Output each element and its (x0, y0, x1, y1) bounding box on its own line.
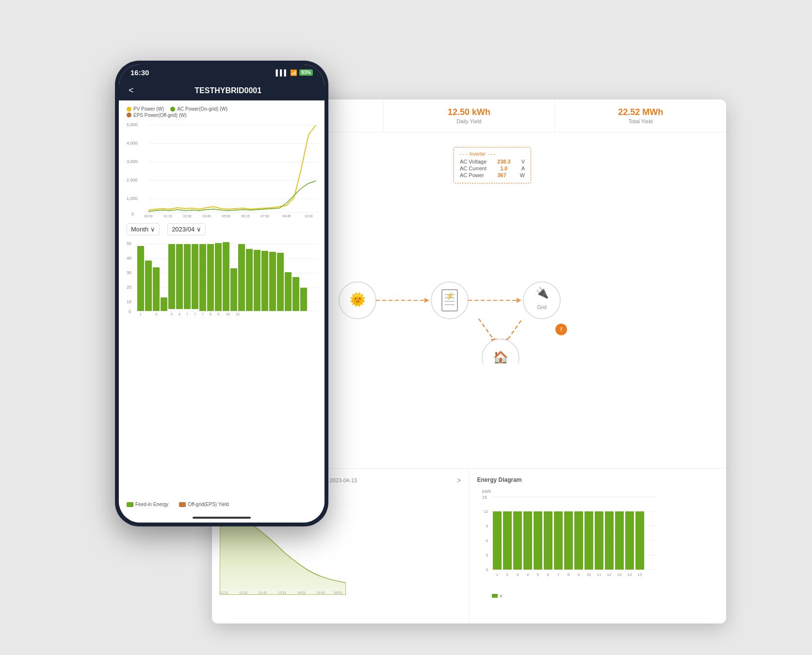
eps-legend-label: EPS Power(Off-grid) (W) (133, 113, 187, 118)
stat-total-yield: 22.52 MWh Total Yield (555, 99, 726, 132)
eps-legend-item: EPS Power(Off-grid) (W) (127, 113, 187, 118)
energy-diagram-title: Energy Diagram (477, 476, 719, 483)
svg-text:11: 11 (597, 573, 601, 577)
svg-text:6: 6 (486, 539, 488, 543)
svg-rect-129 (292, 277, 299, 311)
svg-marker-3 (424, 298, 429, 303)
svg-text:5: 5 (536, 573, 539, 577)
svg-text:8: 8 (567, 573, 569, 577)
phone-status-bar: 16:30 ▌▌▌ 📶 93% (119, 65, 325, 81)
time-selector: Month ∨ 2023/04 ∨ (119, 217, 325, 239)
svg-text:14:41: 14:41 (317, 591, 325, 594)
svg-text:3: 3 (155, 312, 157, 316)
phone: 16:30 ▌▌▌ 📶 93% < TESTHYBRID0001 PV (115, 61, 328, 526)
offgrid-legend-label: Off-grid(EPS) Yield (188, 502, 228, 507)
date-label: 2023/04 (172, 226, 195, 233)
status-icons: ▌▌▌ 📶 93% (276, 69, 313, 76)
svg-rect-53 (585, 511, 593, 570)
svg-text:13: 13 (617, 573, 621, 577)
svg-rect-48 (534, 511, 542, 570)
total-yield-label: Total Yield (565, 118, 716, 124)
svg-line-16 (479, 319, 493, 339)
svg-rect-112 (161, 297, 167, 311)
inverter-power-row: AC Power 367 W (460, 172, 525, 178)
svg-text:1: 1 (140, 312, 142, 316)
feed-in-legend-rect (127, 502, 133, 507)
svg-text:14: 14 (627, 573, 632, 577)
phone-time: 16:30 (130, 68, 149, 77)
svg-text:5: 5 (171, 312, 173, 316)
signal-icon: ▌▌▌ (276, 69, 288, 76)
svg-text:12:01: 12:01 (239, 591, 248, 594)
energy-diagram-card: Energy Diagram kWh 15 12 9 6 3 0 (470, 469, 727, 623)
svg-text:Y: Y (500, 594, 503, 599)
svg-text:3: 3 (516, 573, 519, 577)
phone-content: PV Power (W) AC Power(On-grid) (W) EPS P… (119, 100, 325, 523)
svg-text:!: ! (560, 326, 562, 333)
svg-rect-46 (513, 511, 522, 570)
svg-rect-115 (184, 244, 191, 309)
svg-text:20: 20 (127, 285, 131, 290)
svg-text:10: 10 (226, 312, 230, 316)
offgrid-legend: Off-grid(EPS) Yield (179, 502, 228, 507)
svg-text:7: 7 (194, 312, 196, 316)
svg-text:0: 0 (486, 568, 488, 572)
feed-in-legend: Feed-in Energy (127, 502, 168, 507)
inverter-title: - - - Inverter - - - (460, 151, 525, 157)
svg-text:30: 30 (127, 270, 131, 275)
svg-rect-47 (523, 511, 532, 570)
svg-rect-128 (285, 272, 292, 311)
svg-point-4 (431, 282, 468, 319)
period-label: Month (131, 226, 148, 233)
svg-text:0: 0 (129, 309, 131, 314)
next-date-btn[interactable]: > (457, 476, 461, 484)
svg-rect-109 (137, 246, 144, 311)
date-selector[interactable]: 2023/04 ∨ (167, 223, 206, 235)
scene: 367.00W AC Power 12.50 kWh Daily Yield 2… (115, 61, 697, 594)
svg-text:3: 3 (486, 553, 488, 557)
svg-rect-130 (300, 288, 307, 311)
offgrid-legend-rect (179, 502, 186, 507)
svg-text:14:01: 14:01 (297, 591, 306, 594)
svg-text:7: 7 (202, 312, 204, 316)
svg-rect-49 (544, 511, 552, 570)
svg-text:50: 50 (127, 241, 131, 246)
svg-text:🔌: 🔌 (536, 286, 549, 299)
ac-legend-dot (170, 107, 175, 112)
svg-text:2,000: 2,000 (127, 178, 138, 182)
svg-text:1,000: 1,000 (127, 196, 138, 201)
wifi-icon: 📶 (290, 69, 297, 76)
svg-text:0: 0 (131, 212, 134, 216)
svg-text:7: 7 (186, 312, 188, 316)
svg-rect-110 (145, 261, 152, 311)
ac-legend-label: AC Power(On-grid) (W) (177, 106, 227, 112)
svg-rect-56 (615, 511, 624, 570)
svg-text:13:21: 13:21 (278, 591, 287, 594)
daily-yield-label: Daily Yield (393, 118, 545, 124)
svg-rect-52 (574, 511, 583, 570)
svg-text:⚡: ⚡ (446, 292, 455, 300)
phone-title: TESTHYBRID0001 (142, 86, 315, 95)
svg-rect-122 (238, 244, 245, 311)
svg-text:6: 6 (547, 573, 549, 577)
svg-text:1: 1 (496, 573, 498, 577)
period-selector[interactable]: Month ∨ (127, 223, 160, 235)
svg-text:9: 9 (577, 573, 580, 577)
svg-text:4: 4 (526, 573, 529, 577)
svg-rect-126 (269, 252, 276, 311)
svg-rect-121 (230, 268, 237, 311)
svg-text:🏠: 🏠 (493, 350, 509, 363)
energy-diagram-svg: kWh 15 12 9 6 3 0 (477, 487, 662, 608)
date-chevron: ∨ (196, 226, 201, 233)
svg-text:7: 7 (557, 573, 559, 577)
back-button[interactable]: < (129, 85, 134, 96)
date-label: 2023-04-13 (324, 477, 357, 483)
daily-yield-value: 12.50 kWh (393, 107, 545, 117)
inverter-voltage-row: AC Voltage 238.3 V (460, 159, 525, 164)
svg-text:3,000: 3,000 (127, 159, 138, 164)
home-bar (193, 517, 251, 519)
svg-text:kWh: kWh (482, 489, 491, 494)
svg-rect-114 (176, 244, 183, 309)
inverter-current-row: AC Current 1.0 A (460, 165, 525, 171)
phone-home-indicator (119, 513, 325, 523)
